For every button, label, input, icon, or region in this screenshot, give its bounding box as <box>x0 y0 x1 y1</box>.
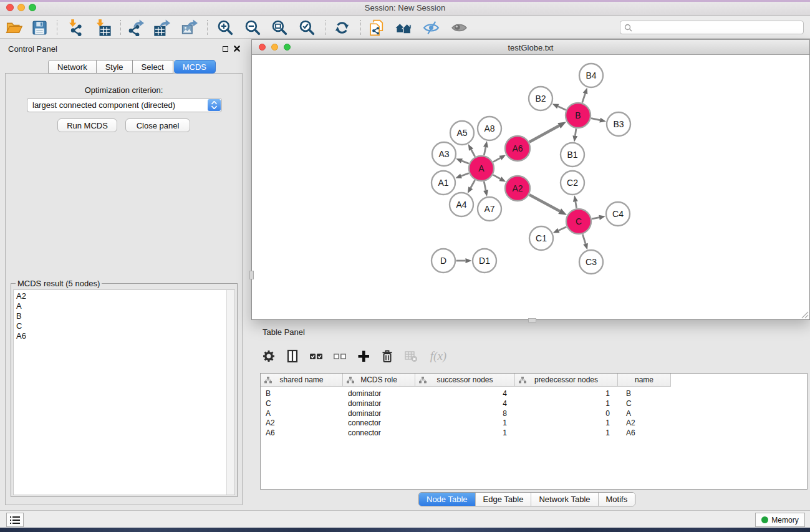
zoom-out-icon[interactable] <box>243 19 262 36</box>
export-image-icon[interactable] <box>180 19 199 36</box>
table-panel-title: Table Panel <box>263 327 305 337</box>
cell-successor-nodes[interactable]: 4 <box>415 399 515 409</box>
cell-MCDS-role[interactable]: connector <box>343 418 415 428</box>
columns-icon[interactable] <box>285 349 300 364</box>
column-header-successor-nodes[interactable]: successor nodes <box>415 374 515 387</box>
delete-table-icon[interactable] <box>403 349 418 364</box>
dropdown-arrows-icon <box>208 99 221 111</box>
tab-network-table[interactable]: Network Table <box>531 493 598 506</box>
delete-icon[interactable] <box>380 349 395 364</box>
bottom-split-handle[interactable] <box>528 318 536 322</box>
cell-shared-name[interactable]: A <box>261 409 343 418</box>
dropdown-value: largest connected component (directed) <box>32 100 175 110</box>
cell-MCDS-role[interactable]: dominator <box>343 399 415 409</box>
cell-shared-name[interactable]: C <box>261 399 343 409</box>
left-split-handle[interactable] <box>249 271 254 279</box>
mcds-result-item[interactable]: A6 <box>14 331 234 341</box>
home-icon[interactable] <box>394 19 413 36</box>
cell-MCDS-role[interactable]: dominator <box>343 389 415 399</box>
function-icon[interactable]: f(x) <box>427 349 450 364</box>
optimization-criterion-select[interactable]: largest connected component (directed) <box>27 98 222 112</box>
cell-name[interactable]: C <box>618 399 671 409</box>
tab-motifs[interactable]: Motifs <box>599 493 635 506</box>
column-header-MCDS-role[interactable]: MCDS role <box>343 374 415 387</box>
mcds-result-item[interactable]: A2 <box>14 291 234 301</box>
graph-node-label-A5: A5 <box>456 128 467 138</box>
cell-shared-name[interactable]: A6 <box>261 428 343 438</box>
zoom-selected-icon[interactable] <box>297 19 316 36</box>
memory-status-icon <box>761 516 768 523</box>
tab-select[interactable]: Select <box>133 60 173 74</box>
table-tabs: Node TableEdge TableNetwork TableMotifs <box>418 492 635 506</box>
close-panel-icon[interactable] <box>234 46 240 52</box>
run-mcds-button[interactable]: Run MCDS <box>57 118 117 132</box>
optimization-criterion-label: Optimization criterion: <box>0 85 248 95</box>
search-input[interactable] <box>620 21 804 34</box>
cell-successor-nodes[interactable]: 1 <box>415 418 515 428</box>
export-network-icon[interactable] <box>127 19 145 36</box>
graph-node-label-B1: B1 <box>567 150 577 160</box>
cell-shared-name[interactable]: A2 <box>261 418 343 428</box>
table-row[interactable]: Bdominator41B <box>261 389 671 399</box>
close-panel-button[interactable]: Close panel <box>125 118 190 132</box>
tab-edge-table[interactable]: Edge Table <box>476 493 532 506</box>
add-icon[interactable] <box>356 349 371 364</box>
column-header-shared-name[interactable]: shared name <box>261 374 343 387</box>
export-table-icon[interactable] <box>153 19 171 36</box>
hide-panel-icon[interactable] <box>422 19 440 36</box>
graph-node-label-B2: B2 <box>535 94 546 104</box>
import-network-icon[interactable] <box>65 19 84 36</box>
table-row[interactable]: Adominator80A <box>261 409 671 418</box>
float-panel-icon[interactable] <box>223 46 228 52</box>
open-icon[interactable] <box>4 19 23 36</box>
save-icon[interactable] <box>30 19 49 36</box>
network-canvas[interactable]: B4B2BB3A8A5A6A3B1AC2A1A2A4A7C4CC1C3DD1 <box>252 55 809 319</box>
table-row[interactable]: A2connector11A2 <box>261 418 671 428</box>
cell-MCDS-role[interactable]: connector <box>343 428 415 438</box>
cell-successor-nodes[interactable]: 8 <box>415 409 515 418</box>
mcds-result-item[interactable]: A <box>14 301 234 311</box>
deselect-all-icon[interactable] <box>332 349 347 364</box>
tab-mcds[interactable]: MCDS <box>174 60 216 74</box>
table-row[interactable]: Cdominator41C <box>261 399 671 409</box>
cell-predecessor-nodes[interactable]: 0 <box>515 409 618 418</box>
table-row[interactable]: A6connector11A6 <box>261 428 671 438</box>
cell-predecessor-nodes[interactable]: 1 <box>515 389 618 399</box>
mcds-result-list[interactable]: A2ABCA6 <box>13 289 235 495</box>
column-header-name[interactable]: name <box>618 374 671 387</box>
zoom-fit-icon[interactable] <box>270 19 289 36</box>
mcds-result-item[interactable]: B <box>14 311 234 321</box>
cell-name[interactable]: B <box>618 389 671 399</box>
tab-style[interactable]: Style <box>97 60 133 74</box>
network-window-title: testGlobe.txt <box>252 43 809 52</box>
copy-session-icon[interactable] <box>368 19 387 36</box>
mcds-result-item[interactable]: C <box>14 321 234 331</box>
result-scrollbar[interactable] <box>226 290 234 495</box>
cell-name[interactable]: A6 <box>618 428 671 438</box>
cell-MCDS-role[interactable]: dominator <box>343 409 415 418</box>
cell-predecessor-nodes[interactable]: 1 <box>515 428 618 438</box>
graph-node-label-D1: D1 <box>479 256 490 266</box>
cell-predecessor-nodes[interactable]: 1 <box>515 399 618 409</box>
network-window-titlebar[interactable]: testGlobe.txt <box>252 40 809 55</box>
tab-node-table[interactable]: Node Table <box>419 493 476 506</box>
cell-name[interactable]: A2 <box>618 418 671 428</box>
memory-button[interactable]: Memory <box>755 513 805 527</box>
refresh-icon[interactable] <box>332 19 351 36</box>
cell-name[interactable]: A <box>618 409 671 418</box>
column-header-predecessor-nodes[interactable]: predecessor nodes <box>515 374 618 387</box>
graph-node-label-A1: A1 <box>438 178 448 188</box>
settings-icon[interactable] <box>261 349 276 364</box>
zoom-in-icon[interactable] <box>216 19 234 36</box>
cell-successor-nodes[interactable]: 4 <box>415 389 515 399</box>
resize-grip[interactable] <box>800 310 809 319</box>
task-list-button[interactable] <box>6 513 24 527</box>
cell-predecessor-nodes[interactable]: 1 <box>515 418 618 428</box>
select-all-icon[interactable] <box>309 349 324 364</box>
search-icon <box>624 24 632 32</box>
cell-shared-name[interactable]: B <box>261 389 343 399</box>
show-panel-icon[interactable] <box>450 19 468 36</box>
import-table-icon[interactable] <box>94 19 113 36</box>
tab-network[interactable]: Network <box>48 60 97 74</box>
cell-successor-nodes[interactable]: 1 <box>415 428 515 438</box>
